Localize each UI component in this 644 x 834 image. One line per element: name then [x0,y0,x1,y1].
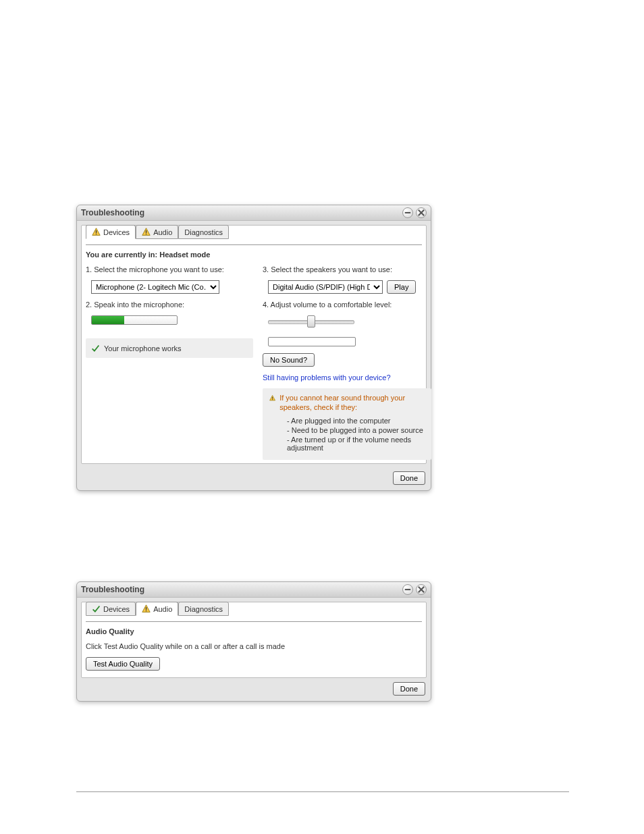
tab-audio[interactable]: Audio [136,225,178,239]
problems-link[interactable]: Still having problems with your device? [263,373,391,382]
warning-icon [142,604,151,613]
svg-rect-7 [146,230,146,233]
svg-rect-8 [146,234,146,234]
warning-icon [92,228,101,236]
test-audio-quality-button[interactable]: Test Audio Quality [86,657,160,671]
speaker-select[interactable]: Digital Audio (S/PDIF) (High Defi… [268,280,383,294]
svg-rect-16 [146,607,146,610]
troubleshooting-dialog-audio: Troubleshooting Devices [76,581,431,702]
tab-devices[interactable]: Devices [86,602,136,616]
speaker-level-meter [268,337,356,346]
tab-diagnostics-label: Diagnostics [184,605,223,613]
tab-devices-label: Devices [103,605,130,613]
tab-audio[interactable]: Audio [136,602,178,616]
mode-heading: You are currently in: Headset mode [86,251,422,259]
tab-diagnostics[interactable]: Diagnostics [178,225,229,239]
tab-diagnostics[interactable]: Diagnostics [178,602,229,616]
microphone-select[interactable]: Microphone (2- Logitech Mic (Co… [91,280,219,294]
check-icon [92,604,101,613]
svg-rect-4 [96,230,97,233]
speaker-warning-box: If you cannot hear sound through your sp… [263,388,431,460]
tab-audio-label: Audio [153,605,172,613]
audio-quality-heading: Audio Quality [86,627,422,635]
minimize-button[interactable] [402,584,413,595]
close-button[interactable] [416,584,427,595]
step1-label: 1. Select the microphone you want to use… [86,265,253,273]
warning-heading: If you cannot hear sound through your sp… [279,394,425,413]
volume-slider[interactable] [268,315,354,326]
slider-thumb[interactable] [307,315,315,328]
troubleshooting-dialog-devices: Troubleshooting Devices [76,205,431,491]
check-item: - Are plugged into the computer [287,417,425,425]
page-footer-divider [76,791,569,792]
window-title: Troubleshooting [81,208,400,217]
tab-devices-label: Devices [103,228,130,236]
titlebar: Troubleshooting [77,582,431,598]
tab-diagnostics-label: Diagnostics [184,228,223,236]
step4-label: 4. Adjust volume to a comfortable level: [263,301,431,309]
svg-rect-11 [272,399,273,400]
done-button[interactable]: Done [393,682,425,696]
check-icon [91,344,100,353]
svg-rect-5 [96,234,97,234]
tab-devices[interactable]: Devices [86,225,136,239]
step2-label: 2. Speak into the microphone: [86,301,253,309]
check-item: - Need to be plugged into a power source [287,426,425,434]
warning-icon [142,228,151,236]
no-sound-button[interactable]: No Sound? [263,353,315,367]
done-button[interactable]: Done [393,471,425,485]
check-item: - Are turned up or if the volume needs a… [287,436,425,452]
warning-icon [269,394,275,402]
dialog-body: Devices Audio Diagnostics Audio Quality … [81,602,427,678]
svg-rect-10 [272,397,273,399]
mic-status-text: Your microphone works [104,344,182,353]
titlebar: Troubleshooting [77,205,431,221]
mic-status: Your microphone works [86,338,253,358]
close-button[interactable] [416,207,427,218]
mic-level-meter [91,315,178,325]
window-title: Troubleshooting [81,585,400,594]
tab-strip: Devices Audio Diagnostics [86,602,229,616]
tab-audio-label: Audio [153,228,172,236]
step3-label: 3. Select the speakers you want to use: [263,265,431,273]
tab-strip: Devices Audio Diagnostics [86,225,229,239]
minimize-button[interactable] [402,207,413,218]
dialog-body: Devices Audio Diagnostics You are curren… [81,225,427,464]
play-button[interactable]: Play [387,280,416,294]
svg-rect-17 [146,610,146,611]
warning-checklist: - Are plugged into the computer - Need t… [287,417,425,452]
audio-instruction: Click Test Audio Quality while on a call… [86,642,422,650]
